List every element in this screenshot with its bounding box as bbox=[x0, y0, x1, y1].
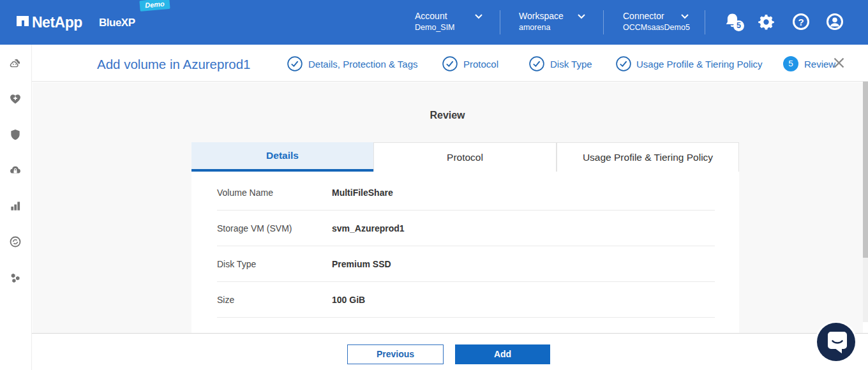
svg-text:?: ? bbox=[798, 17, 804, 27]
